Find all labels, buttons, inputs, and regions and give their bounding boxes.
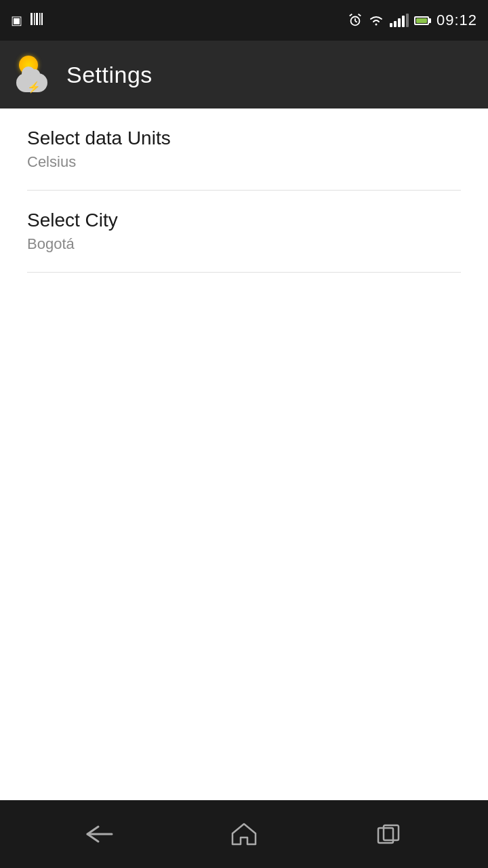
setting-item-units[interactable]: Select data Units Celsius [0, 108, 488, 190]
home-icon [231, 823, 257, 846]
setting-value-units: Celsius [27, 153, 461, 171]
lightning-icon: ⚡ [27, 81, 41, 94]
setting-title-units: Select data Units [27, 127, 461, 149]
weather-icon: ⚡ [16, 56, 54, 94]
home-button[interactable] [217, 814, 271, 854]
recents-button[interactable] [361, 814, 415, 854]
barcode-icon [29, 12, 44, 30]
nav-bar [0, 800, 488, 868]
signal-icon [390, 14, 409, 27]
svg-rect-4 [41, 13, 43, 25]
status-time: 09:12 [436, 12, 477, 29]
toolbar: ⚡ Settings [0, 41, 488, 108]
svg-rect-0 [30, 13, 33, 25]
setting-value-city: Bogotá [27, 235, 461, 253]
status-bar-right: 09:12 [348, 12, 477, 29]
battery-icon [414, 16, 431, 25]
status-bar: ▣ [0, 0, 488, 41]
setting-title-city: Select City [27, 210, 461, 231]
setting-item-city[interactable]: Select City Bogotá [0, 191, 488, 272]
settings-content: Select data Units Celsius Select City Bo… [0, 108, 488, 800]
divider-2 [27, 272, 461, 273]
svg-line-7 [355, 21, 357, 22]
status-bar-left: ▣ [11, 12, 44, 30]
svg-rect-2 [36, 13, 38, 25]
alarm-icon [348, 13, 363, 28]
svg-rect-3 [39, 13, 41, 25]
back-button[interactable] [73, 814, 127, 854]
wifi-icon [368, 13, 384, 28]
gallery-icon: ▣ [11, 13, 22, 28]
toolbar-title: Settings [66, 62, 152, 88]
recents-icon [377, 824, 400, 844]
svg-rect-1 [34, 13, 35, 25]
back-arrow-icon [85, 824, 115, 844]
svg-line-8 [350, 14, 352, 16]
svg-line-9 [359, 14, 361, 16]
